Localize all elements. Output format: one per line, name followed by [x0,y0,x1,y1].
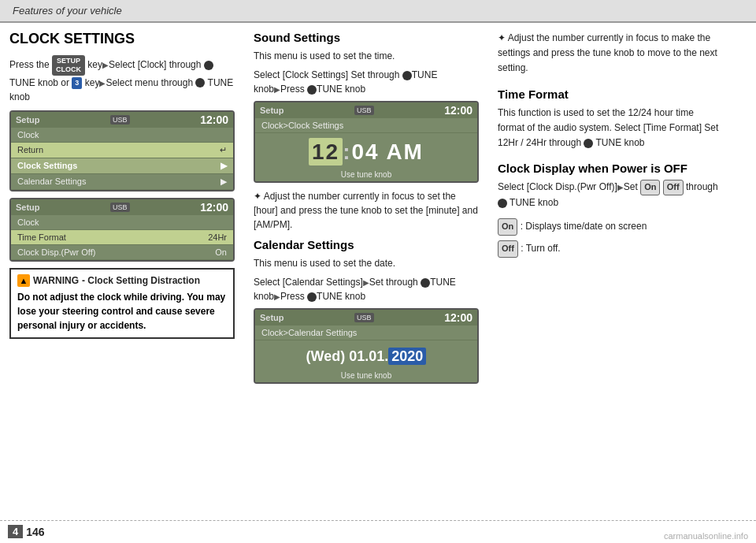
screen2-menu-clock: Clock [11,215,233,230]
clock-settings-screen: Setup USB 12:00 Clock>Clock Settings 12:… [254,101,479,183]
off-badge: Off [498,240,518,258]
sound-settings-desc: This menu is used to set the time. [254,49,479,63]
cs-screen-title: Setup [260,106,284,115]
warning-title: ▲ WARNING - Clock Setting Distraction [17,274,227,287]
page-header: Features of your vehicle [0,0,756,23]
screen1-header: Setup USB 12:00 [11,112,233,128]
tune-knob-right1 [584,139,593,148]
clock-display-instruction: Select [Clock Disp.(Pwr Off)]▶Set On Off… [498,180,723,210]
tune-knob-cal1 [421,278,430,288]
tune-knob-right2 [498,199,507,208]
cal-instruction: Use tune knob [255,369,477,382]
cal-screen-header: Setup USB 12:00 [255,310,477,325]
sound-settings-title: Sound Settings [254,31,479,44]
cs-breadcrumb: Clock>Clock Settings [255,118,477,133]
cs-screen-time: 12:00 [444,104,472,117]
on-badge-inline: On [640,180,660,195]
on-desc-text: : Displays time/date on screen [521,221,647,232]
screen2-header: Setup USB 12:00 [11,199,233,215]
right-adjust-note: ✦ Adjust the number currently in focus t… [498,31,723,76]
screen2-menu-time-format: Time Format 24Hr [11,230,233,245]
cal-screen-title: Setup [260,313,284,322]
cal-year-highlight: 2020 [388,348,426,365]
screen1-menu-clock: Clock [11,128,233,143]
screen1-menu-calendar-settings: Calendar Settings ▶ [11,174,233,190]
page-number-box: 4 146 [8,525,45,538]
time-format-title: Time Format [498,87,723,101]
header-title: Features of your vehicle [13,5,122,17]
tune-knob-mid1 [402,71,412,80]
tune-knob-icon [204,61,213,70]
watermark: carmanualsonline.info [664,531,748,541]
right-column: ✦ Adjust the number currently in focus t… [488,31,732,520]
page-footer: 4 146 carmanualsonline.info [0,520,756,542]
off-desc-text: : Turn off. [521,243,560,254]
adjust-note: ✦ Adjust the number currently in focus t… [254,189,479,232]
screen1-menu-return: Return ↵ [11,143,233,158]
screen1-usb: USB [110,115,130,125]
calendar-settings-screen: Setup USB 12:00 Clock>Calendar Settings … [254,308,479,384]
cs-screen-header: Setup USB 12:00 [255,102,477,118]
cs-instruction: Use tune knob [255,168,477,181]
key-3-badge: 3 [72,77,82,90]
warning-title-text: WARNING [33,275,79,286]
intro-text: Press the SETUPCLOCK key▶Select [Clock] … [9,55,235,104]
clock-display-title: Clock Display when Power is OFF [498,162,723,175]
cal-screen-time: 12:00 [444,311,472,324]
calendar-settings-instruction: Select [Calendar Settings]▶Set through T… [254,275,479,303]
page-num-left: 4 [8,525,23,538]
cs-screen-usb: USB [354,106,374,115]
time-format-body: This function is used to set the 12/24 h… [498,106,723,151]
screen2-usb: USB [110,203,130,212]
cal-date: (Wed) 01.01.2020 [255,340,477,369]
cal-breadcrumb: Clock>Calendar Settings [255,325,477,340]
setup-key: SETUPCLOCK [52,55,85,76]
screen2-time: 12:00 [200,201,228,214]
screen1-menu-clock-settings: Clock Settings ▶ [11,158,233,174]
sound-settings-instruction: Select [Clock Settings] Set through TUNE… [254,68,479,96]
page-content: CLOCK SETTINGS Press the SETUPCLOCK key▶… [0,23,756,520]
tune-knob-mid2 [307,85,317,95]
screen1-title: Setup [16,115,40,125]
off-badge-inline: Off [663,180,684,195]
screen2-mockup: Setup USB 12:00 Clock Time Format 24Hr C… [9,198,235,262]
tune-knob-cal2 [307,292,317,302]
on-description: On : Displays time/date on screen [498,218,723,236]
calendar-settings-title: Calendar Settings [254,238,479,251]
mid-column: Sound Settings This menu is used to set … [244,31,488,520]
clock-settings-title: CLOCK SETTINGS [9,31,235,47]
warning-subtitle: - Clock Setting Distraction [82,275,200,286]
left-column: CLOCK SETTINGS Press the SETUPCLOCK key▶… [0,31,244,520]
cal-screen-usb: USB [354,313,374,322]
calendar-settings-desc: This menu is used to set the date. [254,256,479,270]
warning-icon: ▲ [17,274,30,287]
screen1-time: 12:00 [200,113,228,126]
cs-big-time: 12:04 AM [255,133,477,168]
tune-knob-icon2 [195,78,205,87]
on-badge: On [498,218,517,236]
off-description: Off : Turn off. [498,240,723,258]
warning-body: Do not adjust the clock while driving. Y… [17,290,227,333]
warning-box: ▲ WARNING - Clock Setting Distraction Do… [9,268,235,339]
screen2-title: Setup [16,203,40,212]
page-num-right: 146 [26,526,44,538]
cs-hour: 12 [309,138,343,166]
screen1-mockup: Setup USB 12:00 Clock Return ↵ Clock Set… [9,110,235,192]
screen2-menu-clock-disp: Clock Disp.(Pwr Off) On [11,245,233,260]
